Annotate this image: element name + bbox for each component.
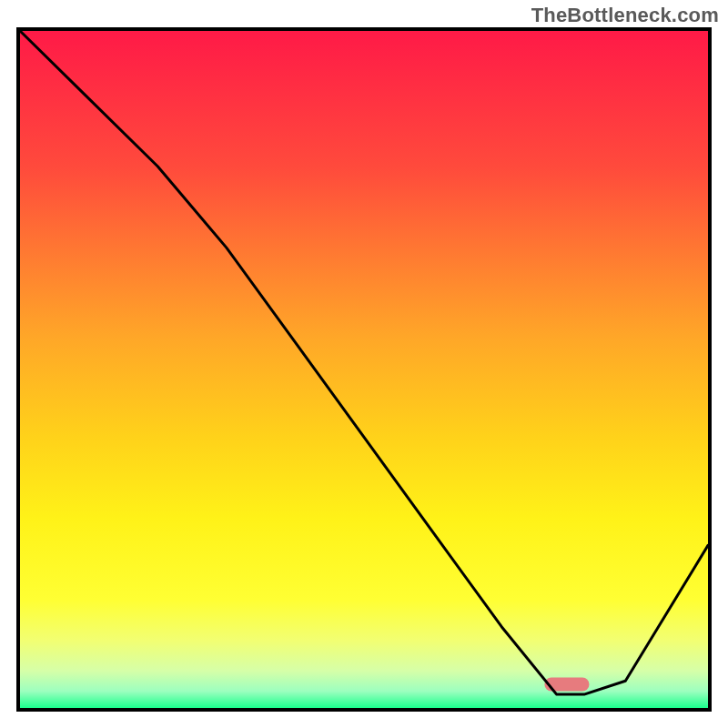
watermark-text: TheBottleneck.com xyxy=(531,4,719,27)
chart-frame xyxy=(16,27,712,712)
chart-svg xyxy=(20,31,708,708)
figure-canvas: TheBottleneck.com xyxy=(0,0,728,728)
